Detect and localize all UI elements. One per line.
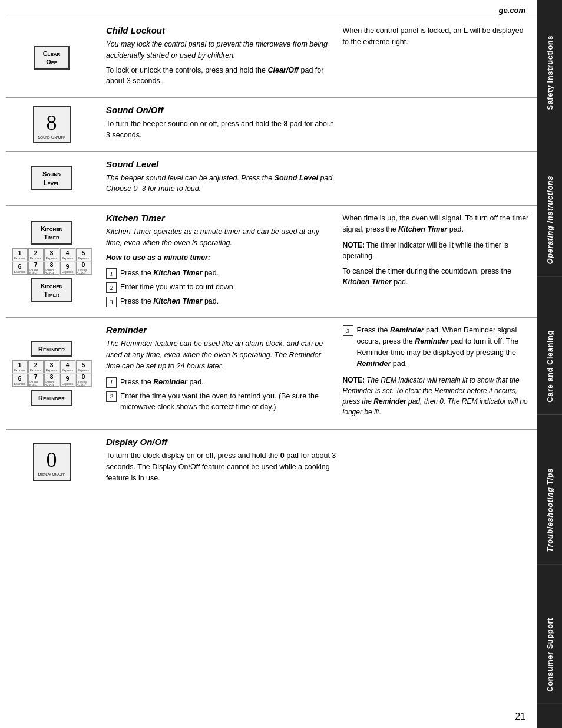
display-onoff-right (343, 437, 531, 487)
display-onoff-left: Display On/Off To turn the clock display… (106, 437, 337, 487)
r-numpad-5: 5Express (76, 360, 91, 373)
step-3: 3 Press the Kitchen Timer pad. (106, 296, 337, 307)
child-lockout-left: Child Lockout You may lock the control p… (106, 25, 337, 90)
r-numpad-3: 3Express (44, 360, 59, 373)
kt-right-para1: When time is up, the oven will signal. T… (343, 213, 531, 235)
child-lockout-right: When the control panel is locked, an L w… (343, 25, 531, 90)
kitchen-timer-label-top: KitchenTimer (41, 225, 63, 242)
sound-level-title: Sound Level (106, 159, 337, 169)
numpad-9: 9Express (60, 262, 75, 275)
r-numpad-6: 6Express (12, 374, 28, 387)
reminder-steps: 1 Press the Reminder pad. 2 Enter the ti… (106, 377, 337, 413)
reminder-label-bottom: Reminder (38, 394, 65, 402)
reminder-key-bottom: Reminder (31, 390, 72, 406)
kitchen-timer-key-top: KitchenTimer (31, 221, 72, 245)
number-8-key: 8 Sound On/Off (33, 106, 71, 143)
main-content: ge.com ClearOff Child Lockout You may lo… (0, 0, 537, 728)
numpad-3: 3Express (44, 248, 59, 261)
sound-level-right (343, 159, 531, 199)
sound-level-body: The beeper sound level can be adjusted. … (106, 173, 337, 195)
display-onoff-title: Display On/Off (106, 437, 337, 447)
image-clear-off: ClearOff (6, 25, 97, 90)
numpad-4: 4Express (60, 248, 75, 261)
numpad-7: 7Sound Buffer (28, 262, 44, 275)
child-lockout-para2: To lock or unlock the controls, press an… (106, 65, 337, 87)
numpad-2: 2Express (28, 248, 44, 261)
step-num-2: 2 (106, 282, 117, 293)
r-numpad-0: 0Display On/Off (76, 374, 91, 387)
section-reminder: Reminder 1Express 2Express 3Express 4Exp… (6, 317, 537, 429)
step-text-3: Press the Kitchen Timer pad. (120, 296, 219, 307)
clear-off-key: ClearOff (34, 46, 70, 70)
kitchen-timer-title: Kitchen Timer (106, 213, 337, 223)
r-numpad-7: 7Sound Buffer (28, 374, 44, 387)
number-8-display: 8 (47, 110, 57, 135)
sound-level-left: Sound Level The beeper sound level can b… (106, 159, 337, 199)
kitchen-timer-steps: 1 Press the Kitchen Timer pad. 2 Enter t… (106, 268, 337, 307)
numpad-6: 6Express (12, 262, 28, 275)
reminder-right-step-text: Press the Reminder pad. When Reminder si… (357, 325, 531, 369)
r-numpad-9: 9Express (60, 374, 75, 387)
display-onoff-para: To turn the clock display on or off, pre… (106, 450, 337, 483)
page-number: 21 (6, 706, 537, 722)
kitchen-timer-content: Kitchen Timer Kitchen Timer operates as … (106, 213, 531, 310)
section-kitchen-timer: KitchenTimer 1Express 2Express 3Express … (6, 205, 537, 317)
sound-level-para: The beeper sound level can be adjusted. … (106, 173, 337, 195)
kitchen-timer-right: When time is up, the oven will signal. T… (343, 213, 531, 310)
step-text-2: Enter time you want to count down. (120, 282, 235, 293)
child-lockout-body: You may lock the control panel to preven… (106, 39, 337, 87)
kitchen-timer-key-bottom: KitchenTimer (31, 278, 72, 302)
kitchen-timer-label-bottom: KitchenTimer (41, 282, 63, 299)
child-lockout-right-text: When the control panel is locked, an L w… (343, 25, 531, 48)
section-display-onoff: 0 Display On/Off Display On/Off To turn … (6, 429, 537, 494)
clear-off-label: ClearOff (43, 50, 61, 67)
how-to-label: How to use as a minute timer: (106, 252, 337, 263)
sidebar-tab-troubleshooting: Troubleshooting Tips (537, 456, 562, 564)
reminder-step-1: 1 Press the Reminder pad. (106, 377, 337, 388)
reminder-right: 3 Press the Reminder pad. When Reminder … (343, 325, 531, 422)
sound-onoff-left: Sound On/Off To turn the beeper sound on… (106, 105, 337, 144)
sound-level-label: SoundLevel (42, 170, 61, 187)
reminder-note: NOTE: The REM indicator will remain lit … (343, 375, 531, 417)
numpad-reminder: 1Express 2Express 3Express 4Express 5Exp… (12, 360, 92, 387)
kitchen-timer-intro: Kitchen Timer operates as a minute timer… (106, 226, 337, 249)
sidebar-tab-care: Care and Cleaning (537, 318, 562, 415)
display-onoff-body: To turn the clock display on or off, pre… (106, 450, 337, 483)
child-lockout-para1: You may lock the control panel to preven… (106, 39, 337, 61)
child-lockout-content: Child Lockout You may lock the control p… (106, 25, 531, 90)
r-numpad-2: 2Express (28, 360, 44, 373)
sound-level-content: Sound Level The beeper sound level can b… (106, 159, 531, 199)
r-numpad-8: 8Sound On/Off (44, 374, 59, 387)
reminder-right-step3: 3 Press the Reminder pad. When Reminder … (343, 325, 531, 369)
reminder-body: The Reminder feature can be used like an… (106, 338, 337, 413)
step-2: 2 Enter time you want to count down. (106, 282, 337, 293)
kt-right-note: NOTE: The timer indicator will be lit wh… (343, 240, 531, 261)
sound-onoff-sublabel: Sound On/Off (38, 135, 65, 139)
sound-onoff-title: Sound On/Off (106, 105, 337, 115)
child-lockout-title: Child Lockout (106, 25, 337, 35)
image-kitchen-timer: KitchenTimer 1Express 2Express 3Express … (6, 213, 97, 310)
display-onoff-content: Display On/Off To turn the clock display… (106, 437, 531, 487)
kt-right-para2: To cancel the timer during the countdown… (343, 266, 531, 288)
reminder-right-step-num: 3 (343, 325, 353, 336)
section-child-lockout: ClearOff Child Lockout You may lock the … (6, 18, 537, 97)
sound-level-key: SoundLevel (31, 166, 72, 190)
reminder-step-text-2: Enter the time you want the oven to remi… (120, 391, 337, 413)
step-1: 1 Press the Kitchen Timer pad. (106, 268, 337, 279)
image-sound-onoff: 8 Sound On/Off (6, 105, 97, 144)
r-numpad-4: 4Express (60, 360, 75, 373)
reminder-key-top: Reminder (31, 341, 72, 357)
reminder-intro: The Reminder feature can be used like an… (106, 338, 337, 371)
section-sound-level: SoundLevel Sound Level The beeper sound … (6, 151, 537, 206)
image-reminder: Reminder 1Express 2Express 3Express 4Exp… (6, 325, 97, 422)
image-display-onoff: 0 Display On/Off (6, 437, 97, 487)
sound-onoff-para: To turn the beeper sound on or off, pres… (106, 118, 337, 141)
sound-onoff-right (343, 105, 531, 144)
sound-onoff-content: Sound On/Off To turn the beeper sound on… (106, 105, 531, 144)
step-text-1: Press the Kitchen Timer pad. (120, 268, 219, 279)
display-onoff-sublabel: Display On/Off (38, 472, 65, 476)
numpad-5: 5Express (76, 248, 91, 261)
reminder-title: Reminder (106, 325, 337, 335)
step-num-1: 1 (106, 268, 117, 279)
sidebar-tab-safety: Safety Instructions (537, 24, 562, 122)
